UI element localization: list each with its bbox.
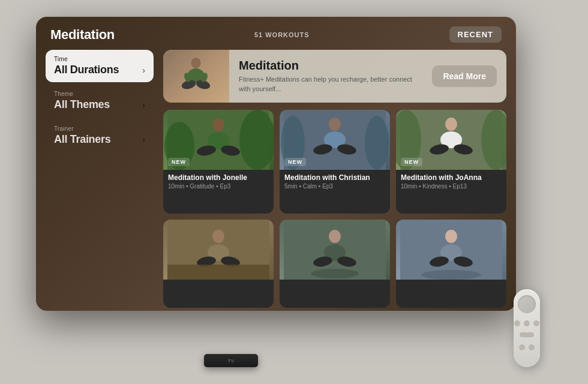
apple-tv-remote	[514, 289, 540, 373]
read-more-button[interactable]: Read More	[432, 65, 497, 87]
workout-card-5[interactable]	[280, 220, 390, 308]
remote-body	[514, 289, 540, 367]
hero-text: Meditation Fitness+ Meditations can help…	[229, 59, 432, 94]
recent-button[interactable]: RECENT	[449, 26, 502, 43]
scene: Meditation 51 WORKOUTS RECENT Time All D…	[0, 0, 588, 384]
card-info-5	[280, 280, 390, 289]
svg-point-28	[212, 230, 224, 243]
svg-point-34	[329, 230, 341, 243]
filter-trainer-category: Trainer	[54, 125, 145, 132]
card-thumbnail-1: NEW	[163, 110, 274, 170]
main-layout: Time All Durations › Theme All Themes › …	[36, 47, 516, 308]
top-bar: Meditation 51 WORKOUTS RECENT	[36, 17, 516, 47]
apple-tv-box: TV	[204, 354, 258, 367]
workout-grid: NEW Meditation with Jonelle 10min • Grat…	[163, 110, 506, 308]
tv-screen: Meditation 51 WORKOUTS RECENT Time All D…	[36, 17, 516, 311]
card-title-3: Meditation with JoAnna	[401, 173, 502, 182]
svg-point-14	[329, 118, 341, 131]
card-info-6	[396, 280, 506, 289]
svg-point-7	[212, 118, 224, 131]
card-title-1: Meditation with Jonelle	[168, 173, 269, 182]
new-badge-2: NEW	[284, 158, 306, 166]
hero-banner: Meditation Fitness+ Meditations can help…	[163, 50, 506, 103]
new-badge-3: NEW	[401, 158, 422, 166]
chevron-right-icon-3: ›	[142, 135, 145, 145]
svg-point-40	[445, 230, 457, 243]
svg-point-0	[191, 58, 201, 68]
hero-description: Fitness+ Meditations can help you rechar…	[239, 75, 422, 94]
card-info-1: Meditation with Jonelle 10min • Gratitud…	[163, 170, 274, 194]
remote-btn-row-2	[520, 332, 534, 337]
card-info-3: Meditation with JoAnna 10min • Kindness …	[396, 170, 506, 194]
thumbnail-figure-6	[396, 220, 506, 280]
workout-card-4[interactable]	[163, 220, 274, 308]
card-title-2: Meditation with Christian	[284, 173, 385, 182]
remote-trackpad[interactable]	[518, 295, 536, 313]
hero-person-figure	[177, 55, 216, 103]
filter-time-label: All Durations	[54, 64, 119, 76]
card-thumbnail-6	[396, 220, 506, 280]
card-info-2: Meditation with Christian 5min • Calm • …	[280, 170, 390, 194]
svg-point-21	[445, 118, 457, 131]
card-meta-2: 5min • Calm • Ep3	[284, 183, 385, 190]
remote-btn-vol-up[interactable]	[519, 344, 525, 350]
new-badge-1: NEW	[168, 158, 190, 166]
remote-btn-back[interactable]	[514, 320, 520, 326]
filter-trainer[interactable]: Trainer All Trainers ›	[46, 119, 154, 152]
sidebar: Time All Durations › Theme All Themes › …	[46, 47, 154, 308]
filter-time-category: Time	[54, 56, 145, 62]
thumbnail-figure-4	[163, 220, 274, 280]
workout-card-6[interactable]	[396, 220, 506, 308]
remote-btn-vol-down[interactable]	[529, 344, 535, 350]
card-thumbnail-5	[280, 220, 390, 280]
filter-theme-category: Theme	[54, 91, 145, 97]
remote-btn-row-1	[514, 320, 539, 326]
filter-trainer-label: All Trainers	[54, 133, 110, 146]
remote-btn-row-3	[519, 344, 535, 350]
filter-theme[interactable]: Theme All Themes ›	[46, 85, 154, 117]
workout-card-2[interactable]: NEW Meditation with Christian 5min • Cal…	[280, 110, 390, 214]
card-info-4	[163, 280, 274, 289]
workout-count: 51 WORKOUTS	[254, 31, 310, 38]
svg-rect-32	[167, 265, 269, 280]
content-area: Meditation Fitness+ Meditations can help…	[163, 47, 506, 308]
chevron-right-icon-2: ›	[142, 100, 145, 110]
page-title: Meditation	[50, 27, 115, 43]
svg-point-19	[365, 116, 389, 170]
hero-title: Meditation	[239, 59, 422, 73]
svg-point-44	[421, 270, 481, 280]
hero-image	[163, 50, 229, 103]
svg-point-38	[311, 269, 359, 278]
filter-time[interactable]: Time All Durations ›	[46, 50, 154, 82]
card-meta-1: 10min • Gratitude • Ep3	[168, 183, 269, 190]
card-thumbnail-2: NEW	[280, 110, 390, 170]
chevron-right-icon: ›	[142, 65, 145, 75]
filter-theme-label: All Themes	[54, 98, 110, 111]
workout-card-3[interactable]: NEW Meditation with JoAnna 10min • Kindn…	[396, 110, 506, 214]
remote-btn-play[interactable]	[520, 332, 534, 337]
apple-tv-logo: TV	[227, 358, 234, 364]
workout-card-1[interactable]: NEW Meditation with Jonelle 10min • Grat…	[163, 110, 274, 214]
card-thumbnail-3: NEW	[396, 110, 506, 170]
remote-btn-menu[interactable]	[524, 320, 530, 326]
card-meta-3: 10min • Kindness • Ep13	[401, 183, 502, 190]
thumbnail-figure-5	[280, 220, 390, 280]
remote-btn-tv[interactable]	[533, 320, 539, 326]
card-thumbnail-4	[163, 220, 274, 280]
